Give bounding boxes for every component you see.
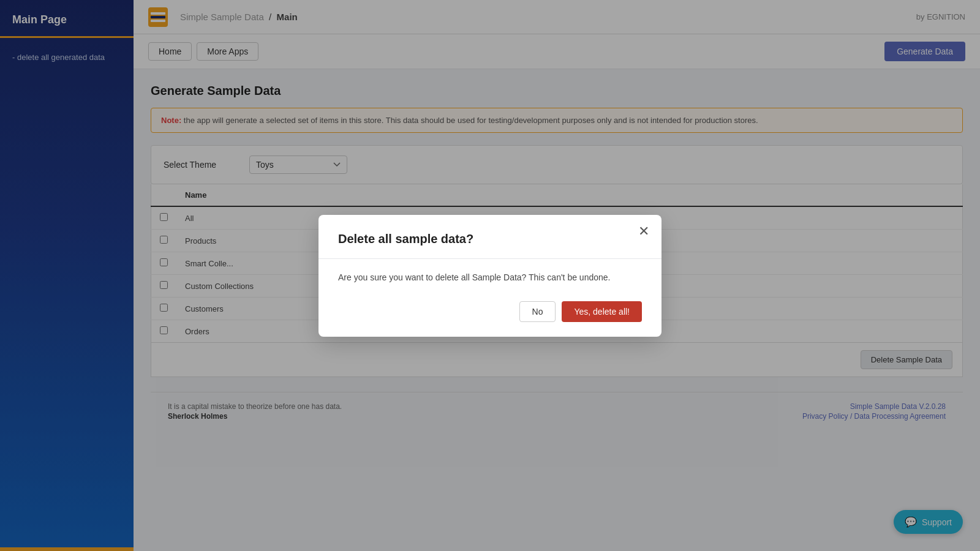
modal-body: Are you sure you want to delete all Samp… [338,271,642,284]
modal-yes-delete-button[interactable]: Yes, delete all! [562,301,642,322]
modal-title: Delete all sample data? [338,232,642,246]
modal-divider [318,258,662,259]
modal-overlay: Delete all sample data? ✕ Are you sure y… [0,0,980,551]
modal-close-button[interactable]: ✕ [638,225,649,238]
modal-no-button[interactable]: No [519,301,556,322]
modal-footer: No Yes, delete all! [338,301,642,322]
delete-confirmation-modal: Delete all sample data? ✕ Are you sure y… [318,215,662,337]
